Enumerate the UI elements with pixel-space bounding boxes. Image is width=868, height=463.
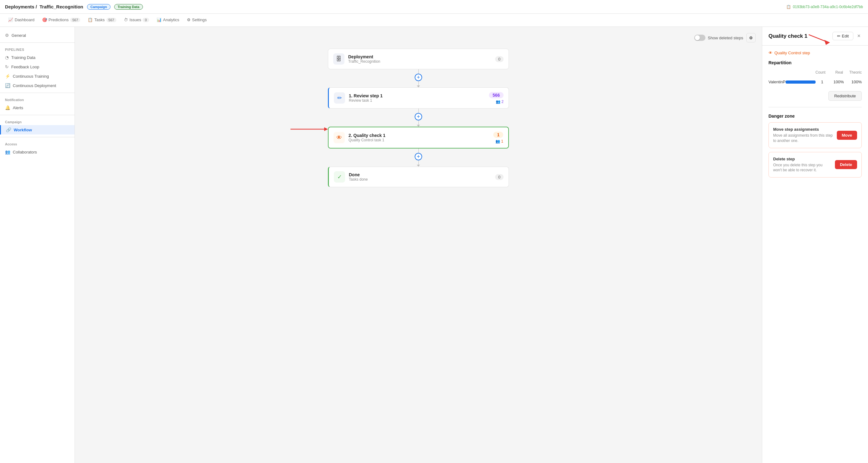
copy-icon[interactable]: 📋 bbox=[786, 5, 791, 9]
done-title: Done bbox=[349, 172, 491, 177]
add-step-btn-3[interactable]: + bbox=[415, 153, 422, 160]
sidebar-item-continuous-deployment[interactable]: 🔄 Continuous Deployment bbox=[0, 81, 74, 90]
workflow-icon: 🔗 bbox=[6, 127, 11, 132]
col-count: Count bbox=[813, 70, 828, 74]
sidebar-item-alerts[interactable]: 🔔 Alerts bbox=[0, 103, 74, 112]
red-arrow-top bbox=[806, 33, 831, 47]
quality-people-count: 👥 1 bbox=[495, 139, 503, 144]
alerts-icon: 🔔 bbox=[5, 105, 10, 110]
collaborators-icon: 👥 bbox=[5, 149, 10, 154]
step-type-label: 👁 Quality Control step bbox=[769, 51, 862, 55]
breadcrumb: Deployments / Traffic_Recognition bbox=[5, 4, 83, 9]
move-card-desc: Move all assignments from this step to a… bbox=[773, 133, 833, 144]
danger-card-move: Move step assignments Move all assignmen… bbox=[769, 122, 862, 148]
deployment-count: 0 bbox=[495, 56, 503, 62]
continuous-deployment-icon: 🔄 bbox=[5, 83, 10, 88]
general-icon: ⚙ bbox=[5, 33, 9, 38]
red-arrow-top-svg bbox=[806, 33, 831, 45]
main-content: Show deleted steps ⚙ 🗄 Deploym bbox=[75, 27, 762, 463]
delete-card-title: Delete step bbox=[773, 157, 831, 161]
training-badge: Training Data bbox=[114, 4, 143, 10]
panel-header: Quality check 1 ✏ Edit × bbox=[762, 27, 868, 45]
deployment-subtitle: Traffic_Recognition bbox=[348, 59, 491, 64]
feedback-loop-icon: ↻ bbox=[5, 64, 9, 69]
training-data-icon: ◔ bbox=[5, 55, 9, 60]
rep-real-value: 100% bbox=[829, 80, 844, 84]
quality-title: 2. Quality check 1 bbox=[348, 133, 490, 138]
show-deleted-toggle[interactable] bbox=[694, 35, 706, 41]
tab-dashboard[interactable]: 📈 Dashboard bbox=[5, 14, 38, 27]
show-deleted-toggle-container: Show deleted steps bbox=[694, 35, 743, 41]
svg-line-2 bbox=[809, 35, 827, 42]
project-id: 0193bb73-a0e8-734a-a9c1-0c6b4e2df7bb bbox=[793, 5, 863, 9]
predictions-count: 567 bbox=[70, 18, 80, 22]
tab-issues[interactable]: ⏱ Issues 0 bbox=[121, 14, 152, 27]
review-title: 1. Review step 1 bbox=[349, 93, 485, 98]
done-icon-wrap: ✓ bbox=[334, 171, 345, 183]
connector-1: + bbox=[415, 69, 422, 87]
tab-predictions[interactable]: 🎯 Predictions 567 bbox=[39, 14, 84, 27]
tab-settings[interactable]: ⚙ Settings bbox=[184, 14, 210, 27]
campaign-badge: Campaign bbox=[87, 4, 111, 10]
redistribute-button[interactable]: Redistribute bbox=[828, 91, 862, 101]
move-button[interactable]: Move bbox=[837, 131, 857, 140]
review-task-count: 566 bbox=[489, 92, 503, 98]
step-card-quality-check-1[interactable]: 👁 2. Quality check 1 Quality Control tas… bbox=[328, 127, 509, 149]
col-real: Real bbox=[828, 70, 843, 74]
rep-bar bbox=[786, 81, 815, 84]
svg-marker-3 bbox=[824, 40, 830, 45]
quality-info: 2. Quality check 1 Quality Control task … bbox=[348, 133, 490, 142]
done-subtitle: Tasks done bbox=[349, 177, 491, 182]
done-icon: ✓ bbox=[337, 174, 342, 180]
continuous-training-icon: ⚡ bbox=[5, 74, 10, 79]
edit-icon: ✏ bbox=[837, 34, 841, 38]
workflow-gear-button[interactable]: ⚙ bbox=[746, 33, 756, 42]
review-icon-wrap: ✏ bbox=[334, 92, 345, 103]
step-card-done[interactable]: ✓ Done Tasks done 0 bbox=[328, 166, 509, 187]
delete-card-desc: Once you delete this step you won't be a… bbox=[773, 162, 831, 173]
move-card-title: Move step assignments bbox=[773, 127, 833, 132]
repartition-section-title: Repartition bbox=[769, 60, 862, 65]
col-theoric: Theoric bbox=[843, 70, 862, 74]
review-people-icon: 👥 bbox=[496, 99, 500, 104]
add-step-btn-1[interactable]: + bbox=[415, 74, 422, 81]
settings-icon: ⚙ bbox=[187, 18, 191, 22]
quality-counts: 1 👥 1 bbox=[493, 132, 503, 144]
move-card-info: Move step assignments Move all assignmen… bbox=[773, 127, 833, 144]
gear-icon: ⚙ bbox=[749, 36, 753, 40]
delete-button[interactable]: Delete bbox=[835, 160, 857, 169]
sidebar-item-general[interactable]: ⚙ General bbox=[0, 31, 74, 40]
quality-icon-wrap: 👁 bbox=[334, 132, 345, 143]
sidebar-section-access: Access bbox=[0, 140, 74, 147]
svg-marker-1 bbox=[324, 127, 328, 131]
deployment-info: Deployment Traffic_Recognition bbox=[348, 54, 491, 64]
sidebar-item-collaborators[interactable]: 👥 Collaborators bbox=[0, 147, 74, 157]
sidebar-item-workflow[interactable]: 🔗 Workflow bbox=[0, 125, 74, 134]
topbar: Deployments / Traffic_Recognition Campai… bbox=[0, 0, 868, 14]
sidebar-section-campaign: Campaign bbox=[0, 118, 74, 125]
rep-theoric-value: 100% bbox=[844, 80, 862, 84]
sidebar-item-continuous-training[interactable]: ⚡ Continuous Training bbox=[0, 71, 74, 81]
red-arrow-left bbox=[290, 125, 328, 133]
close-button[interactable]: × bbox=[856, 33, 862, 39]
sidebar-item-training-data[interactable]: ◔ Training Data bbox=[0, 53, 74, 62]
step-card-review-1[interactable]: ✏ 1. Review step 1 Review task 1 566 👥 2 bbox=[328, 87, 509, 109]
review-info: 1. Review step 1 Review task 1 bbox=[349, 93, 485, 103]
tasks-icon: 📋 bbox=[88, 18, 93, 22]
sidebar-item-feedback-loop[interactable]: ↻ Feedback Loop bbox=[0, 62, 74, 71]
tab-tasks[interactable]: 📋 Tasks 567 bbox=[85, 14, 120, 27]
predictions-icon: 🎯 bbox=[42, 18, 47, 22]
quality-task-count: 1 bbox=[493, 132, 503, 138]
toolbar-row: Show deleted steps ⚙ bbox=[81, 33, 756, 42]
tab-analytics[interactable]: 📊 Analytics bbox=[154, 14, 183, 27]
quality-subtitle: Quality Control task 1 bbox=[348, 138, 490, 142]
step-card-deployment[interactable]: 🗄 Deployment Traffic_Recognition 0 bbox=[328, 49, 509, 69]
deployment-title: Deployment bbox=[348, 54, 491, 59]
right-panel: Quality check 1 ✏ Edit × 👁 Quality Contr… bbox=[762, 27, 868, 463]
rep-count-value: 1 bbox=[815, 80, 829, 84]
add-step-btn-2[interactable]: + bbox=[415, 113, 422, 120]
eye-icon: 👁 bbox=[769, 51, 773, 55]
danger-card-delete: Delete step Once you delete this step yo… bbox=[769, 152, 862, 178]
edit-button[interactable]: ✏ Edit bbox=[832, 32, 853, 40]
deployment-icon-wrap: 🗄 bbox=[333, 53, 344, 65]
